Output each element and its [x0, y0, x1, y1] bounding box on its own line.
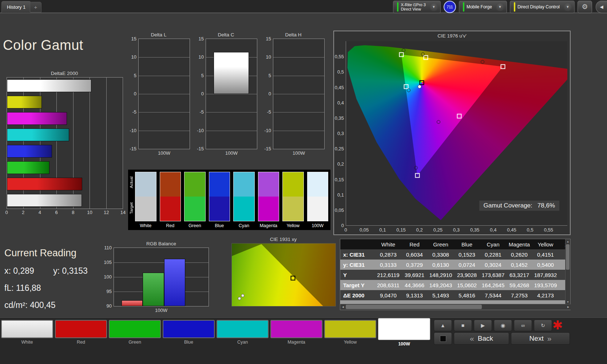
top-bar: History 1 + X-Rite i1Pro 3 Direct View ▼… — [0, 0, 607, 13]
table-cell: 59,4268 — [506, 282, 532, 288]
stop-icon: ■ — [461, 323, 464, 328]
display-control-name: Direct Display Control — [517, 4, 560, 9]
gamut-coverage-value: 78,6% — [537, 202, 555, 209]
swatch-label: Blue — [209, 221, 230, 230]
table-cell: 4,2173 — [532, 292, 559, 298]
pattern-swatch — [378, 318, 430, 340]
axis-tick-label: 0,1 — [379, 227, 386, 233]
scroll-thumb[interactable] — [566, 244, 570, 270]
scroll-up-arrow[interactable]: ▲ — [566, 239, 570, 244]
settings-button[interactable]: ⚙ — [578, 1, 592, 13]
pattern-window-button[interactable] — [434, 332, 452, 345]
scroll-right-arrow[interactable]: ► — [566, 304, 571, 310]
reading-y-label: y: — [53, 266, 60, 276]
axis-tick-label: 0,2 — [416, 227, 423, 233]
target-marker-yellow — [423, 55, 428, 60]
x-axis-label: 100W — [127, 150, 190, 156]
axis-tick-label: 4 — [39, 210, 41, 215]
pattern-label: Magenta — [287, 340, 305, 345]
swatch-label: Cyan — [233, 221, 255, 230]
axis-tick-label: 0,1 — [337, 192, 344, 197]
next-label: Next — [529, 335, 544, 343]
bar-row-cyan — [7, 127, 123, 143]
cie1976-diagram-panel: CIE 1976 u'v'0,550,50,450,40,350,30,250,… — [333, 31, 571, 235]
meter-count-badge[interactable]: 711 — [444, 1, 456, 13]
axis-tick-label: -15 — [130, 146, 136, 151]
horizontal-scrollbar[interactable]: ◄► — [340, 304, 571, 310]
gridline — [206, 131, 257, 131]
pattern-bar: WhiteRedGreenBlueCyanMagentaYellow100W ▲… — [0, 317, 607, 364]
bar-row-red — [7, 176, 123, 192]
axis-tick-label: 6 — [55, 210, 58, 215]
continuous-measure-button[interactable]: ∞ — [514, 320, 532, 331]
play-button[interactable]: ▶ — [474, 320, 492, 331]
column-header: Blue — [454, 241, 480, 248]
actual-swatch — [308, 172, 328, 197]
swatch-column-green: Green — [184, 172, 206, 230]
stop-button[interactable]: ■ — [454, 320, 472, 331]
vertical-scrollbar[interactable]: ▲▼ — [565, 239, 570, 304]
axis-tick-label: -15 — [197, 146, 204, 151]
measure-icon: ◉ — [501, 323, 505, 328]
pattern-button-yellow[interactable]: Yellow — [324, 320, 376, 345]
axis-tick-label: 0,5 — [527, 227, 533, 233]
table-cell: 0,3729 — [401, 262, 428, 268]
pattern-button-white[interactable]: White — [1, 320, 53, 345]
table-cell: 0,2620 — [506, 252, 532, 258]
pattern-button-red[interactable]: Red — [55, 320, 107, 345]
x-axis: 00,050,10,150,20,250,30,350,40,450,50,55 — [346, 226, 567, 234]
actual-swatch — [258, 172, 279, 197]
tab-history-1[interactable]: History 1 — [1, 1, 31, 13]
back-button[interactable]: « Back — [454, 332, 509, 345]
source-dropdown[interactable]: Mobile Forge ▼ — [459, 1, 507, 13]
column-header: Cyan — [480, 241, 506, 248]
meter-dropdown[interactable]: X-Rite i1Pro 3 Direct View ▼ — [393, 1, 440, 13]
pattern-button-cyan[interactable]: Cyan — [217, 320, 269, 345]
pattern-swatch — [55, 320, 107, 338]
scroll-thumb[interactable] — [346, 305, 482, 309]
measure-button[interactable]: ◉ — [494, 320, 512, 331]
collapse-panel-button[interactable]: ◀ — [596, 1, 607, 13]
axis-tick-label: 15 — [199, 36, 204, 41]
gamut-coverage-readout: Gamut Coverage:78,6% — [479, 201, 559, 211]
pattern-window-icon — [440, 336, 446, 342]
pattern-button-100w[interactable]: 100W — [378, 318, 430, 347]
axis-tick-label: 110 — [104, 245, 112, 250]
axis-tick-label: -10 — [264, 127, 271, 133]
table-cell: 173,6387 — [480, 272, 506, 278]
refresh-button[interactable]: ↻ — [534, 320, 552, 331]
axis-tick-label: 12 — [104, 210, 109, 215]
add-tab-button[interactable]: + — [30, 2, 41, 12]
axis-tick-label: 10 — [131, 54, 136, 60]
axis-tick-label: 0 — [344, 227, 347, 233]
column-header: Green — [428, 241, 454, 248]
scroll-track[interactable] — [346, 304, 566, 310]
navigation-row: « Back Next » — [434, 332, 570, 345]
reading-cd-value: 400,45 — [30, 300, 55, 310]
actual-row-label: Actual — [128, 170, 134, 195]
application-window: History 1 + X-Rite i1Pro 3 Direct View ▼… — [0, 0, 607, 364]
axis-tick-label: 0,45 — [507, 227, 516, 233]
reading-fl-label: fL: — [4, 283, 14, 293]
axis-tick-label: 0,3 — [453, 227, 460, 233]
table-cell: 212,6119 — [375, 272, 401, 278]
gamut-coverage-label: Gamut Coverage: — [484, 202, 532, 209]
next-button[interactable]: Next » — [511, 332, 570, 345]
alert-star-icon: ✱ — [552, 318, 563, 332]
target-swatch — [308, 197, 328, 221]
actual-swatch — [160, 172, 181, 197]
axis-tick-label: 0,2 — [337, 161, 344, 167]
bar-blue — [164, 259, 186, 306]
target-marker-blue — [415, 173, 420, 178]
pattern-button-blue[interactable]: Blue — [163, 320, 215, 345]
display-control-dropdown[interactable]: Direct Display Control ▼ — [510, 1, 575, 13]
pattern-label: White — [21, 340, 33, 345]
scroll-left-arrow[interactable]: ◄ — [340, 304, 346, 310]
pattern-button-green[interactable]: Green — [109, 320, 161, 345]
measured-marker-0 — [238, 297, 241, 300]
pattern-button-magenta[interactable]: Magenta — [270, 320, 322, 345]
measured-marker-green — [402, 48, 405, 52]
table-cell: 187,8932 — [532, 272, 559, 278]
row-label: Target Y — [340, 282, 375, 288]
expand-panel-button[interactable]: ▲ — [434, 320, 452, 331]
